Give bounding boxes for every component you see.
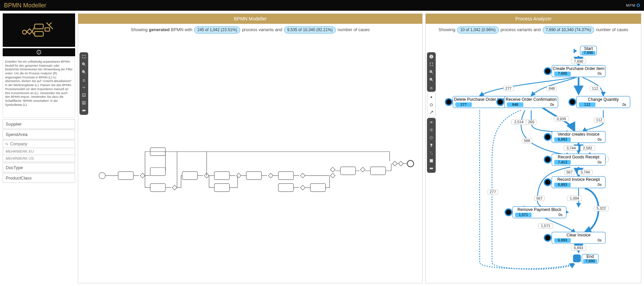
info-bar[interactable] — [3, 48, 75, 56]
svg-rect-3 — [45, 28, 50, 31]
edge-label-n6_n7a: 567 — [565, 170, 575, 175]
svg-rect-28 — [430, 167, 433, 169]
svg-text:Remove Payment Block: Remove Payment Block — [518, 207, 562, 212]
brand-logo-dot — [637, 4, 640, 7]
svg-text:0s: 0s — [598, 183, 602, 187]
zoom-out-button-2[interactable] — [428, 76, 435, 83]
mode-arrow-button[interactable] — [428, 109, 435, 116]
svg-point-21 — [430, 103, 433, 106]
zoom-out-button[interactable] — [80, 69, 87, 75]
bpmn-variants-pill[interactable]: 245 of 1,042 (23.51%) — [194, 26, 240, 33]
company-item-0[interactable]: MEHRWERK EU — [3, 148, 75, 155]
svg-point-81 — [446, 99, 452, 105]
xml-button[interactable] — [80, 84, 87, 91]
plus-square-icon — [82, 100, 86, 105]
toggle-icon — [82, 108, 86, 113]
toggle-button-2[interactable] — [428, 165, 435, 172]
edge-label-n5_n6a: 3,744 — [564, 146, 579, 151]
svg-text:Change Quantity: Change Quantity — [588, 97, 619, 102]
analyzer-cases-suffix: number of cases — [596, 27, 628, 32]
mode-circle-button[interactable] — [428, 101, 435, 108]
filter-supplier[interactable]: Supplier — [3, 119, 75, 129]
company-item-1[interactable]: MEHRWERK US — [3, 155, 75, 162]
add-button[interactable] — [80, 99, 87, 106]
svg-text:567: 567 — [536, 196, 542, 200]
mode-dot-button[interactable] — [428, 94, 435, 100]
bpmn-pane: BPMN Modeller Showing generated BPMN wit… — [78, 13, 423, 283]
svg-text:7,690: 7,690 — [586, 259, 595, 263]
svg-text:Receive Order Confirmation: Receive Order Confirmation — [506, 97, 557, 102]
arrow-icon — [429, 110, 434, 115]
filter-spendarea[interactable]: SpendArea — [3, 130, 75, 139]
circle-icon — [429, 102, 434, 107]
download-button[interactable] — [80, 76, 87, 83]
svg-text:112: 112 — [584, 102, 590, 106]
svg-point-0 — [22, 30, 26, 34]
analyzer-variants-pill[interactable]: 10 of 1,042 (0.96%) — [457, 26, 498, 33]
svg-point-111 — [544, 179, 551, 186]
svg-text:7,690: 7,690 — [558, 71, 568, 75]
svg-text:3,744: 3,744 — [581, 170, 590, 174]
svg-rect-12 — [214, 184, 229, 192]
zoom-in-button[interactable] — [80, 61, 87, 68]
check-icon — [82, 93, 86, 97]
bpmn-canvas[interactable] — [78, 36, 422, 283]
trophy-button[interactable] — [428, 142, 435, 149]
fullscreen-button-2[interactable] — [428, 61, 435, 68]
search-icon — [5, 142, 9, 146]
fullscreen-icon — [82, 54, 86, 59]
analyzer-cases-pill[interactable]: 7,690 of 10,340 (74.37%) — [543, 26, 594, 33]
process-graph[interactable]: 7,690 277 848 112 2,514 260 3,939 112 58… — [426, 36, 641, 283]
svg-text:277: 277 — [490, 190, 496, 194]
graph-node-n1[interactable]: Create Purchase Order Item 7,690 0s — [544, 65, 605, 77]
target-1-button[interactable] — [428, 127, 435, 133]
fullscreen-button[interactable] — [80, 53, 87, 60]
svg-text:2,514: 2,514 — [514, 120, 524, 124]
graph-node-n8[interactable]: Remove Payment Block 1,571 0s — [505, 206, 567, 218]
bpmn-illustration-icon — [20, 20, 57, 40]
percent-button[interactable] — [428, 150, 435, 156]
description-text: Erstellen Sie ein vollständig anpassbare… — [3, 58, 75, 118]
svg-text:6,893: 6,893 — [558, 183, 568, 187]
toggle-icon — [429, 166, 434, 171]
graph-node-n3[interactable]: Receive Order Confirmation 848 0s — [497, 96, 558, 108]
info-button[interactable] — [428, 53, 435, 60]
edge-label-n3_left: 2,514 — [512, 120, 526, 125]
analyzer-pane: Process Analyzer Showing 10 of 1,042 (0.… — [425, 13, 641, 283]
target-2-button[interactable] — [428, 134, 435, 141]
edge-label-n1_n3: 848 — [547, 86, 557, 91]
graph-node-n5[interactable]: Vendor creates Invoice 6,893 0s — [544, 131, 605, 143]
svg-text:0s: 0s — [623, 102, 627, 106]
analyzer-canvas-area[interactable]: 7,690 277 848 112 2,514 260 3,939 112 58… — [426, 36, 641, 283]
svg-text:0s: 0s — [598, 71, 602, 75]
graph-node-n4[interactable]: Change Quantity 112 0s — [569, 96, 630, 108]
svg-text:277: 277 — [505, 86, 512, 90]
zoom-in-button-2[interactable] — [428, 69, 435, 75]
svg-rect-8 — [150, 167, 165, 175]
check-icon — [429, 158, 434, 163]
filter-doctype[interactable]: DocType — [3, 163, 75, 172]
toggle-bpmn-button[interactable] — [80, 107, 87, 114]
orbit-button[interactable] — [428, 119, 435, 126]
filter-company-search[interactable] — [3, 140, 75, 148]
bpmn-canvas-area[interactable] — [78, 36, 422, 283]
svg-text:6,893: 6,893 — [558, 137, 568, 141]
edge-label-n5_n6b: 2,582 — [581, 146, 595, 151]
graph-start-node[interactable]: Start 7,690 — [574, 46, 597, 55]
graph-node-n6[interactable]: Record Goods Receipt 7,413 0s — [544, 154, 605, 165]
check-button-2[interactable] — [428, 157, 435, 164]
graph-end-node[interactable]: End 7,690 — [574, 254, 599, 263]
filter-productclass[interactable]: ProductClass — [3, 173, 75, 183]
analyzer-tools-2 — [427, 92, 436, 117]
bpmn-cases-suffix: number of cases — [337, 27, 370, 32]
svg-point-26 — [430, 136, 433, 139]
graph-node-n7[interactable]: Record Invoice Receipt 6,893 0s — [544, 176, 605, 188]
bpmn-cases-pill[interactable]: 9,535 of 10,340 (92.21%) — [284, 26, 335, 33]
company-search-input[interactable] — [10, 142, 73, 146]
check-button[interactable] — [80, 92, 87, 98]
graph-node-n9[interactable]: Clear Invoice 6,893 0s — [544, 232, 605, 243]
download-button-2[interactable] — [428, 84, 435, 91]
edge-label-n3_down: 260 — [526, 120, 536, 125]
bpmn-pane-title: BPMN Modeller — [78, 14, 422, 24]
target-icon — [429, 135, 434, 140]
